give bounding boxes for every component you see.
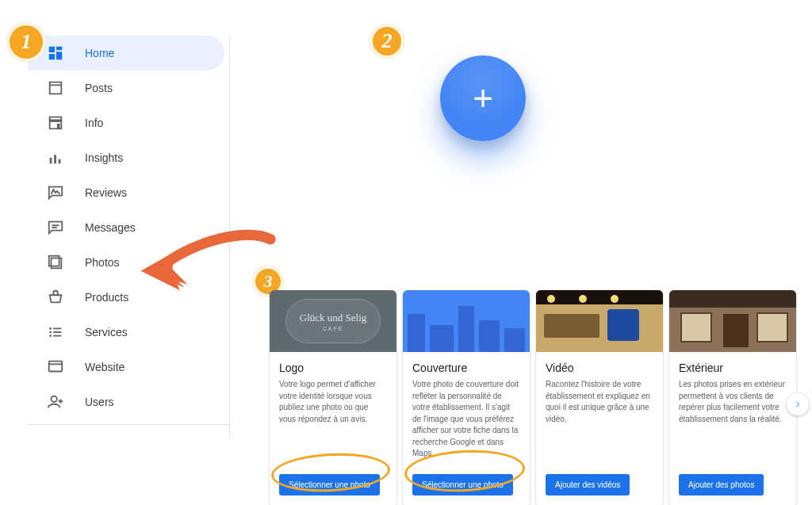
sidebar-item-label: Users [85, 396, 114, 408]
card-title: Logo [279, 362, 387, 374]
svg-point-8 [49, 327, 52, 330]
svg-rect-14 [49, 362, 63, 372]
sidebar-item-photos[interactable]: Photos [28, 245, 224, 280]
card-action-button[interactable]: Sélectionner une photo [412, 474, 513, 495]
photo-card-cover: CouvertureVotre photo de couverture doit… [403, 290, 530, 505]
photo-card-ext: ExtérieurLes photos prises en extérieur … [669, 290, 796, 505]
sidebar-item-home[interactable]: Home [28, 36, 224, 71]
svg-rect-3 [59, 159, 61, 164]
insights-icon [47, 149, 64, 166]
card-title: Vidéo [546, 362, 653, 374]
sidebar-divider [28, 424, 230, 425]
sidebar-item-posts[interactable]: Posts [28, 71, 224, 105]
svg-rect-2 [54, 155, 56, 163]
sidebar-item-label: Info [85, 117, 103, 129]
photo-card-logo: Glück und SeligCAFÉLogoVotre logo permet… [270, 290, 396, 505]
svg-point-16 [52, 396, 57, 402]
annotation-badge-2: 2 [370, 24, 404, 59]
svg-rect-0 [57, 124, 60, 128]
list-icon [47, 323, 64, 341]
sidebar-item-label: Services [85, 326, 128, 339]
sidebar: HomePostsInfoInsightsReviewsMessagesPhot… [28, 36, 230, 435]
add-fab[interactable]: + [440, 55, 526, 141]
svg-rect-1 [50, 158, 52, 163]
sidebar-item-label: Photos [85, 256, 120, 269]
photo-card-shop: VidéoRacontez l'histoire de votre établi… [536, 290, 663, 505]
svg-point-10 [49, 335, 52, 337]
sidebar-item-services[interactable]: Services [28, 315, 224, 350]
sidebar-item-label: Products [85, 291, 128, 304]
storefront-icon [47, 114, 64, 132]
sidebar-item-label: Posts [85, 82, 113, 94]
sidebar-item-label: Messages [85, 221, 136, 234]
review-icon [47, 184, 64, 201]
sidebar-item-label: Website [85, 361, 124, 373]
logo-thumb-text: Glück und Selig [300, 312, 367, 324]
message-icon [47, 219, 64, 236]
card-title: Extérieur [679, 362, 787, 374]
website-icon [47, 358, 64, 376]
card-description: Les photos prises en extérieur permetten… [679, 379, 787, 460]
sidebar-item-insights[interactable]: Insights [28, 140, 224, 175]
card-description: Votre logo permet d'afficher votre ident… [279, 379, 387, 460]
annotation-badge-1: 1 [6, 22, 46, 62]
person-add-icon [47, 393, 64, 411]
sidebar-item-website[interactable]: Website [28, 350, 224, 384]
sidebar-item-messages[interactable]: Messages [28, 210, 224, 245]
sidebar-item-products[interactable]: Products [28, 280, 224, 315]
card-description: Votre photo de couverture doit refléter … [412, 379, 520, 460]
sidebar-item-label: Insights [85, 151, 123, 164]
cards-next-button[interactable] [787, 393, 809, 415]
logo-thumb-sub: CAFÉ [323, 326, 344, 331]
post-icon [47, 79, 64, 97]
photo-category-cards: Glück und SeligCAFÉLogoVotre logo permet… [270, 290, 796, 505]
sidebar-item-info[interactable]: Info [28, 105, 224, 140]
card-description: Racontez l'histoire de votre établisseme… [546, 379, 653, 460]
photos-icon [47, 254, 64, 271]
sidebar-item-label: Home [85, 47, 114, 59]
sidebar-item-reviews[interactable]: Reviews [28, 175, 224, 210]
dashboard-icon [47, 44, 64, 62]
svg-point-9 [49, 331, 52, 334]
card-title: Couverture [412, 362, 520, 374]
sidebar-item-label: Reviews [85, 186, 127, 199]
card-action-button[interactable]: Ajouter des vidéos [546, 474, 630, 495]
sidebar-item-users[interactable]: Users [28, 384, 224, 419]
basket-icon [47, 289, 64, 306]
card-action-button[interactable]: Ajouter des photos [679, 474, 764, 495]
card-action-button[interactable]: Sélectionner une photo [279, 474, 380, 495]
plus-icon: + [473, 81, 493, 116]
